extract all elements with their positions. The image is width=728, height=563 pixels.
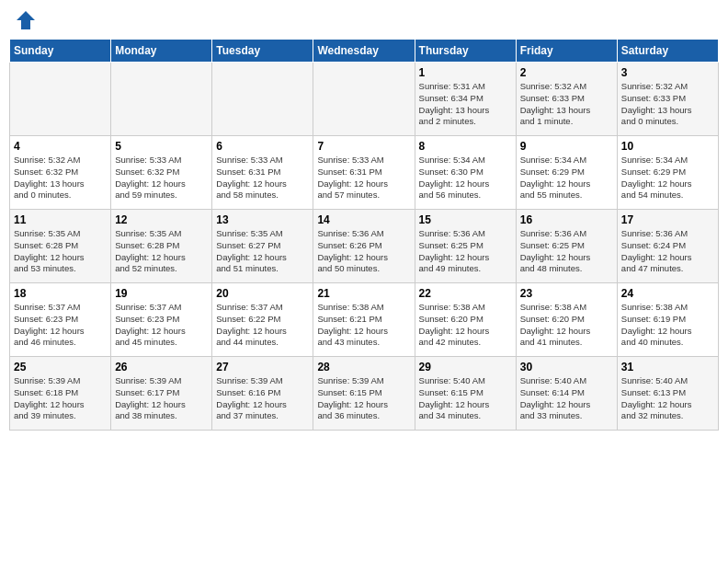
- day-number: 24: [621, 287, 714, 300]
- day-number: 21: [317, 287, 410, 300]
- day-info: Sunrise: 5:36 AM Sunset: 6:25 PM Dayligh…: [520, 228, 613, 275]
- day-info: Sunrise: 5:32 AM Sunset: 6:33 PM Dayligh…: [520, 81, 613, 128]
- day-number: 15: [419, 213, 512, 226]
- day-number: 19: [115, 287, 208, 300]
- day-info: Sunrise: 5:37 AM Sunset: 6:23 PM Dayligh…: [14, 302, 107, 349]
- day-number: 17: [621, 213, 714, 226]
- day-number: 2: [520, 66, 613, 79]
- day-number: 6: [216, 140, 309, 153]
- day-info: Sunrise: 5:38 AM Sunset: 6:20 PM Dayligh…: [520, 302, 613, 349]
- calendar-cell: 8Sunrise: 5:34 AM Sunset: 6:30 PM Daylig…: [415, 136, 516, 210]
- day-info: Sunrise: 5:38 AM Sunset: 6:21 PM Dayligh…: [317, 302, 410, 349]
- calendar-cell: 5Sunrise: 5:33 AM Sunset: 6:32 PM Daylig…: [111, 136, 212, 210]
- calendar-cell: 24Sunrise: 5:38 AM Sunset: 6:19 PM Dayli…: [617, 283, 718, 357]
- calendar-cell: [111, 63, 212, 136]
- day-info: Sunrise: 5:40 AM Sunset: 6:14 PM Dayligh…: [520, 375, 613, 422]
- calendar-cell: [10, 63, 111, 136]
- day-info: Sunrise: 5:37 AM Sunset: 6:23 PM Dayligh…: [115, 302, 208, 349]
- day-of-week-header: Wednesday: [313, 40, 415, 63]
- day-number: 3: [621, 66, 714, 79]
- day-of-week-header: Friday: [516, 40, 617, 63]
- calendar-cell: 10Sunrise: 5:34 AM Sunset: 6:29 PM Dayli…: [617, 136, 718, 210]
- day-info: Sunrise: 5:34 AM Sunset: 6:29 PM Dayligh…: [621, 155, 714, 201]
- calendar-cell: 9Sunrise: 5:34 AM Sunset: 6:29 PM Daylig…: [516, 136, 617, 210]
- calendar-table: SundayMondayTuesdayWednesdayThursdayFrid…: [9, 39, 719, 431]
- day-info: Sunrise: 5:34 AM Sunset: 6:30 PM Dayligh…: [419, 155, 512, 201]
- calendar-cell: [212, 63, 313, 136]
- day-number: 5: [115, 140, 208, 153]
- calendar-cell: 25Sunrise: 5:39 AM Sunset: 6:18 PM Dayli…: [10, 357, 111, 431]
- day-number: 13: [216, 213, 309, 226]
- calendar-week-row: 18Sunrise: 5:37 AM Sunset: 6:23 PM Dayli…: [10, 283, 719, 357]
- day-info: Sunrise: 5:35 AM Sunset: 6:28 PM Dayligh…: [14, 228, 107, 275]
- day-number: 16: [520, 213, 613, 226]
- logo-icon: [15, 9, 37, 31]
- day-number: 4: [14, 140, 107, 153]
- day-number: 12: [115, 213, 208, 226]
- calendar-week-row: 11Sunrise: 5:35 AM Sunset: 6:28 PM Dayli…: [10, 210, 719, 283]
- day-info: Sunrise: 5:36 AM Sunset: 6:26 PM Dayligh…: [317, 228, 410, 275]
- day-number: 27: [216, 361, 309, 373]
- day-number: 10: [621, 140, 714, 153]
- calendar-cell: 15Sunrise: 5:36 AM Sunset: 6:25 PM Dayli…: [415, 210, 516, 283]
- day-of-week-header: Sunday: [10, 40, 111, 63]
- day-number: 29: [419, 361, 512, 373]
- calendar-cell: 13Sunrise: 5:35 AM Sunset: 6:27 PM Dayli…: [212, 210, 313, 283]
- calendar-cell: 26Sunrise: 5:39 AM Sunset: 6:17 PM Dayli…: [111, 357, 212, 431]
- day-number: 18: [14, 287, 107, 300]
- calendar-cell: 16Sunrise: 5:36 AM Sunset: 6:25 PM Dayli…: [516, 210, 617, 283]
- day-number: 22: [419, 287, 512, 300]
- day-info: Sunrise: 5:37 AM Sunset: 6:22 PM Dayligh…: [216, 302, 309, 349]
- day-info: Sunrise: 5:33 AM Sunset: 6:32 PM Dayligh…: [115, 155, 208, 201]
- calendar-cell: 30Sunrise: 5:40 AM Sunset: 6:14 PM Dayli…: [516, 357, 617, 431]
- day-info: Sunrise: 5:32 AM Sunset: 6:33 PM Dayligh…: [621, 81, 714, 128]
- day-info: Sunrise: 5:39 AM Sunset: 6:16 PM Dayligh…: [216, 375, 309, 422]
- day-number: 23: [520, 287, 613, 300]
- calendar-cell: 11Sunrise: 5:35 AM Sunset: 6:28 PM Dayli…: [10, 210, 111, 283]
- calendar-week-row: 1Sunrise: 5:31 AM Sunset: 6:34 PM Daylig…: [10, 63, 719, 136]
- day-info: Sunrise: 5:35 AM Sunset: 6:27 PM Dayligh…: [216, 228, 309, 275]
- day-number: 20: [216, 287, 309, 300]
- day-number: 30: [520, 361, 613, 373]
- day-number: 9: [520, 140, 613, 153]
- day-info: Sunrise: 5:31 AM Sunset: 6:34 PM Dayligh…: [419, 81, 512, 128]
- day-info: Sunrise: 5:33 AM Sunset: 6:31 PM Dayligh…: [317, 155, 410, 201]
- page-header: [9, 9, 719, 31]
- calendar-cell: 7Sunrise: 5:33 AM Sunset: 6:31 PM Daylig…: [313, 136, 415, 210]
- calendar-cell: 12Sunrise: 5:35 AM Sunset: 6:28 PM Dayli…: [111, 210, 212, 283]
- day-number: 7: [317, 140, 410, 153]
- day-info: Sunrise: 5:32 AM Sunset: 6:32 PM Dayligh…: [14, 155, 107, 201]
- calendar-cell: 3Sunrise: 5:32 AM Sunset: 6:33 PM Daylig…: [617, 63, 718, 136]
- calendar-cell: [313, 63, 415, 136]
- day-number: 1: [419, 66, 512, 79]
- calendar-cell: 31Sunrise: 5:40 AM Sunset: 6:13 PM Dayli…: [617, 357, 718, 431]
- logo: [13, 9, 37, 31]
- day-of-week-header: Thursday: [415, 40, 516, 63]
- day-number: 28: [317, 361, 410, 373]
- day-info: Sunrise: 5:38 AM Sunset: 6:19 PM Dayligh…: [621, 302, 714, 349]
- day-info: Sunrise: 5:40 AM Sunset: 6:13 PM Dayligh…: [621, 375, 714, 422]
- day-number: 31: [621, 361, 714, 373]
- calendar-cell: 21Sunrise: 5:38 AM Sunset: 6:21 PM Dayli…: [313, 283, 415, 357]
- calendar-cell: 14Sunrise: 5:36 AM Sunset: 6:26 PM Dayli…: [313, 210, 415, 283]
- calendar-header-row: SundayMondayTuesdayWednesdayThursdayFrid…: [10, 40, 719, 63]
- day-info: Sunrise: 5:39 AM Sunset: 6:15 PM Dayligh…: [317, 375, 410, 422]
- calendar-cell: 1Sunrise: 5:31 AM Sunset: 6:34 PM Daylig…: [415, 63, 516, 136]
- day-info: Sunrise: 5:40 AM Sunset: 6:15 PM Dayligh…: [419, 375, 512, 422]
- calendar-cell: 19Sunrise: 5:37 AM Sunset: 6:23 PM Dayli…: [111, 283, 212, 357]
- calendar-week-row: 25Sunrise: 5:39 AM Sunset: 6:18 PM Dayli…: [10, 357, 719, 431]
- day-of-week-header: Saturday: [617, 40, 718, 63]
- calendar-cell: 4Sunrise: 5:32 AM Sunset: 6:32 PM Daylig…: [10, 136, 111, 210]
- day-info: Sunrise: 5:34 AM Sunset: 6:29 PM Dayligh…: [520, 155, 613, 201]
- day-info: Sunrise: 5:33 AM Sunset: 6:31 PM Dayligh…: [216, 155, 309, 201]
- svg-marker-0: [17, 11, 35, 29]
- calendar-cell: 27Sunrise: 5:39 AM Sunset: 6:16 PM Dayli…: [212, 357, 313, 431]
- day-info: Sunrise: 5:39 AM Sunset: 6:18 PM Dayligh…: [14, 375, 107, 422]
- calendar-cell: 17Sunrise: 5:36 AM Sunset: 6:24 PM Dayli…: [617, 210, 718, 283]
- calendar-cell: 28Sunrise: 5:39 AM Sunset: 6:15 PM Dayli…: [313, 357, 415, 431]
- day-info: Sunrise: 5:35 AM Sunset: 6:28 PM Dayligh…: [115, 228, 208, 275]
- calendar-cell: 29Sunrise: 5:40 AM Sunset: 6:15 PM Dayli…: [415, 357, 516, 431]
- day-of-week-header: Monday: [111, 40, 212, 63]
- day-info: Sunrise: 5:36 AM Sunset: 6:24 PM Dayligh…: [621, 228, 714, 275]
- calendar-cell: 6Sunrise: 5:33 AM Sunset: 6:31 PM Daylig…: [212, 136, 313, 210]
